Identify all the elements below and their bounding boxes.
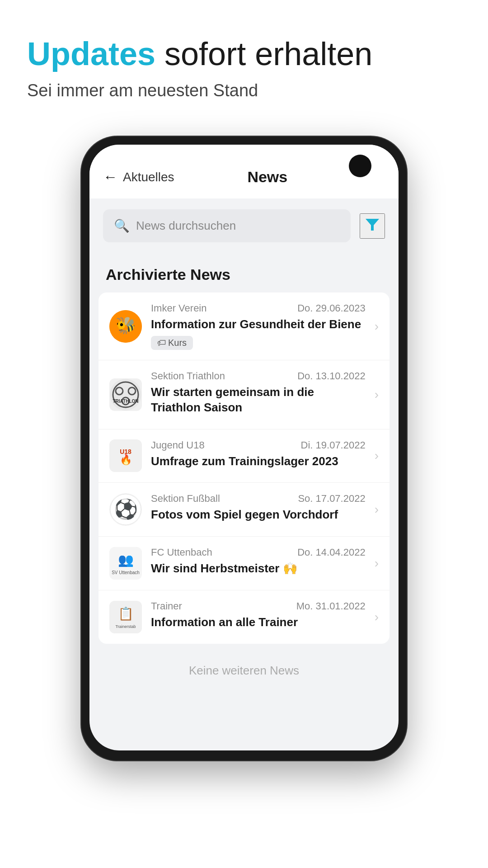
- news-source-4: FC Uttenbach: [151, 547, 212, 558]
- news-logo-0: 🐝: [109, 310, 142, 343]
- news-date-4: Do. 14.04.2022: [297, 547, 365, 558]
- section-heading: Archivierte News: [89, 250, 399, 292]
- filter-button[interactable]: [360, 213, 385, 239]
- news-item-4[interactable]: 👥 SV Uttenbach FC Uttenbach Do. 14.04.20…: [99, 537, 389, 590]
- news-meta-0: Imker Verein Do. 29.06.2023: [151, 302, 366, 314]
- camera-cutout: [349, 155, 371, 177]
- news-logo-5: 📋 Trainerstab: [109, 601, 142, 633]
- news-date-2: Di. 19.07.2022: [301, 439, 366, 451]
- news-date-1: Do. 13.10.2022: [297, 370, 365, 382]
- svg-point-3: [110, 379, 141, 410]
- news-logo-2: U18 🔥: [109, 439, 142, 472]
- headline-rest: sofort erhalten: [155, 36, 372, 72]
- news-content-4: FC Uttenbach Do. 14.04.2022 Wir sind Her…: [151, 547, 366, 580]
- page-header: Updates sofort erhalten Sei immer am neu…: [0, 0, 488, 118]
- search-icon: 🔍: [114, 218, 130, 233]
- news-meta-4: FC Uttenbach Do. 14.04.2022: [151, 547, 366, 558]
- news-title-2: Umfrage zum Trainingslager 2023: [151, 454, 366, 469]
- news-meta-5: Trainer Mo. 31.01.2022: [151, 600, 366, 612]
- news-source-2: Jugend U18: [151, 439, 205, 451]
- news-meta-2: Jugend U18 Di. 19.07.2022: [151, 439, 366, 451]
- news-title-5: Information an alle Trainer: [151, 615, 366, 630]
- tag-icon-0: 🏷: [157, 338, 166, 348]
- search-placeholder: News durchsuchen: [136, 219, 236, 233]
- chevron-icon-2: ›: [375, 448, 379, 463]
- news-source-5: Trainer: [151, 600, 182, 612]
- search-section: 🔍 News durchsuchen: [89, 198, 399, 250]
- svg-text:📋: 📋: [118, 606, 134, 621]
- news-tag-0: 🏷Kurs: [151, 336, 193, 350]
- svg-marker-0: [366, 219, 379, 231]
- filter-icon: [366, 218, 379, 234]
- svg-text:Trainerstab: Trainerstab: [115, 624, 136, 629]
- news-title-4: Wir sind Herbstmeister 🙌: [151, 561, 366, 576]
- phone-screen: ← Aktuelles News 🔍 News durchsuchen: [89, 145, 399, 750]
- headline-accent: Updates: [27, 36, 155, 72]
- news-title-3: Fotos vom Spiel gegen Vorchdorf: [151, 507, 366, 523]
- svg-text:⚽: ⚽: [114, 498, 138, 521]
- app-title: News: [155, 168, 380, 186]
- search-bar[interactable]: 🔍 News durchsuchen: [103, 209, 351, 242]
- news-title-0: Information zur Gesundheit der Biene: [151, 317, 366, 332]
- svg-text:TRIATHLON: TRIATHLON: [113, 399, 138, 404]
- news-content-2: Jugend U18 Di. 19.07.2022 Umfrage zum Tr…: [151, 439, 366, 473]
- svg-text:🐝: 🐝: [116, 316, 136, 335]
- chevron-icon-1: ›: [375, 387, 379, 402]
- news-date-3: So. 17.07.2022: [298, 493, 365, 505]
- news-item-5[interactable]: 📋 Trainerstab Trainer Mo. 31.01.2022 Inf…: [99, 590, 389, 644]
- news-title-1: Wir starten gemeinsam in die Triathlon S…: [151, 385, 366, 415]
- news-logo-1: TRIATHLON: [109, 378, 142, 411]
- svg-text:SV Uttenbach: SV Uttenbach: [112, 570, 140, 575]
- news-item-2[interactable]: U18 🔥 Jugend U18 Di. 19.07.2022 Umfrage …: [99, 429, 389, 483]
- news-card: 🐝 Imker Verein Do. 29.06.2023 Informatio…: [99, 292, 389, 644]
- back-arrow-icon: ←: [103, 169, 117, 185]
- svg-text:🔥: 🔥: [120, 453, 132, 466]
- news-source-1: Sektion Triathlon: [151, 370, 225, 382]
- news-content-5: Trainer Mo. 31.01.2022 Information an al…: [151, 600, 366, 634]
- chevron-icon-3: ›: [375, 502, 379, 517]
- news-content-3: Sektion Fußball So. 17.07.2022 Fotos vom…: [151, 493, 366, 526]
- news-content-1: Sektion Triathlon Do. 13.10.2022 Wir sta…: [151, 370, 366, 419]
- news-logo-3: ⚽: [109, 493, 142, 526]
- news-date-0: Do. 29.06.2023: [297, 302, 365, 314]
- news-source-0: Imker Verein: [151, 302, 207, 314]
- news-content-0: Imker Verein Do. 29.06.2023 Information …: [151, 302, 366, 350]
- chevron-icon-4: ›: [375, 556, 379, 571]
- no-more-label: Keine weiteren News: [89, 647, 399, 694]
- subtitle: Sei immer am neuesten Stand: [27, 81, 461, 100]
- news-item-0[interactable]: 🐝 Imker Verein Do. 29.06.2023 Informatio…: [99, 292, 389, 360]
- svg-text:👥: 👥: [118, 552, 134, 567]
- news-source-3: Sektion Fußball: [151, 493, 220, 505]
- headline: Updates sofort erhalten: [27, 36, 461, 72]
- phone-frame: ← Aktuelles News 🔍 News durchsuchen: [81, 137, 407, 760]
- news-date-5: Mo. 31.01.2022: [296, 600, 366, 612]
- news-meta-3: Sektion Fußball So. 17.07.2022: [151, 493, 366, 505]
- phone-wrapper: ← Aktuelles News 🔍 News durchsuchen: [0, 118, 488, 760]
- chevron-icon-0: ›: [375, 319, 379, 334]
- news-logo-4: 👥 SV Uttenbach: [109, 547, 142, 580]
- news-meta-1: Sektion Triathlon Do. 13.10.2022: [151, 370, 366, 382]
- chevron-icon-5: ›: [375, 610, 379, 624]
- news-item-1[interactable]: TRIATHLON Sektion Triathlon Do. 13.10.20…: [99, 360, 389, 429]
- news-item-3[interactable]: ⚽ Sektion Fußball So. 17.07.2022 Fotos v…: [99, 483, 389, 537]
